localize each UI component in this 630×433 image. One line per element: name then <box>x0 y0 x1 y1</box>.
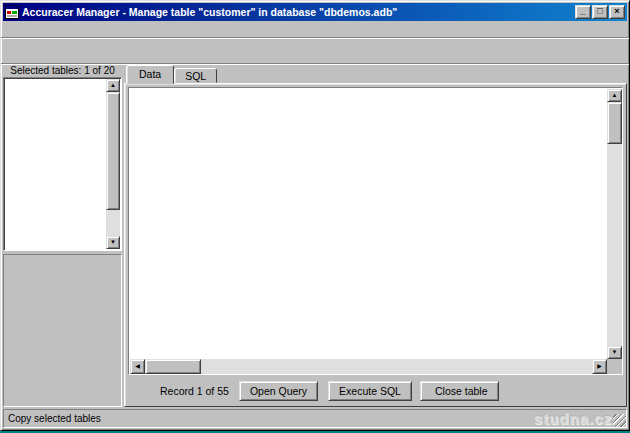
toolbar-separator <box>5 40 14 62</box>
window-title: Accuracer Manager - Manage table "custom… <box>22 6 571 18</box>
grid-horizontal-scrollbar[interactable]: ◀ ▶ <box>130 359 607 374</box>
sidebar: Selected tables: 1 of 20 ▲ ▼ <box>3 65 122 407</box>
grid-scroll-down-icon[interactable]: ▼ <box>607 346 622 359</box>
grid-scroll-left-icon[interactable]: ◀ <box>130 359 145 374</box>
tables-listbox[interactable]: ▲ ▼ <box>3 77 122 251</box>
watermark: studna.cz <box>534 410 612 427</box>
close-button[interactable]: × <box>609 5 625 19</box>
content-area: Data SQL <box>122 65 627 407</box>
grid-vertical-scrollbar[interactable]: ▲ ▼ <box>607 89 622 359</box>
record-counter: Record 1 of 55 <box>160 385 229 397</box>
data-grid: ▲ ▼ ◀ ▶ <box>128 87 623 375</box>
grid-scroll-up-icon[interactable]: ▲ <box>607 89 622 102</box>
grid-hscrollbar-thumb[interactable] <box>145 359 201 374</box>
execute-sql-button[interactable]: Execute SQL <box>328 381 412 401</box>
app-window: Accuracer Manager - Manage table "custom… <box>0 0 630 431</box>
close-table-button[interactable]: Close table <box>420 381 499 401</box>
scroll-up-icon[interactable]: ▲ <box>106 79 120 92</box>
record-controls: Record 1 of 55 Open Query Execute SQL Cl… <box>128 375 623 403</box>
tables-scrollbar[interactable]: ▲ ▼ <box>106 79 120 249</box>
title-bar: Accuracer Manager - Manage table "custom… <box>3 3 627 21</box>
grid-vscrollbar-thumb[interactable] <box>607 102 622 144</box>
app-icon <box>5 5 19 19</box>
minimize-button[interactable]: _ <box>575 5 591 19</box>
table-actions-panel <box>3 254 122 407</box>
status-bar: Copy selected tables studna.cz <box>3 409 627 428</box>
scrollbar-thumb[interactable] <box>106 92 120 210</box>
resize-grip[interactable] <box>613 414 626 427</box>
menu-bar <box>1 21 629 38</box>
toolbar <box>1 38 629 64</box>
status-hint: Copy selected tables <box>8 413 622 424</box>
maximize-button[interactable]: □ <box>592 5 608 19</box>
grid-scroll-right-icon[interactable]: ▶ <box>592 359 607 374</box>
selected-tables-label: Selected tables: 1 of 20 <box>3 65 122 77</box>
tab-sql[interactable]: SQL <box>174 68 217 83</box>
grid-scrollbar-corner <box>607 359 622 374</box>
tab-data[interactable]: Data <box>126 65 174 84</box>
open-query-button[interactable]: Open Query <box>239 381 318 401</box>
scroll-down-icon[interactable]: ▼ <box>106 236 120 249</box>
data-panel: ▲ ▼ ◀ ▶ Record 1 of 55 Open Query E <box>124 83 627 407</box>
tab-bar: Data SQL <box>124 65 627 83</box>
